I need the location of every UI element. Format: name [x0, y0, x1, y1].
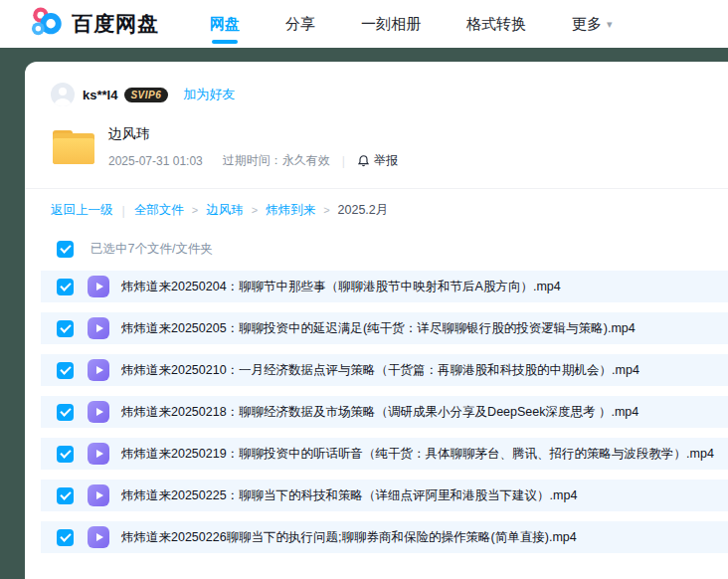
file-row[interactable]: 炜炜道来20250218：聊聊经济数据及市场策略（调研成果小分享及DeepSee…	[41, 396, 728, 428]
file-name[interactable]: 炜炜道来20250225：聊聊当下的科技和策略（详细点评阿里和港股当下建议）.m…	[121, 487, 577, 504]
play-icon	[96, 491, 103, 499]
nav-tab-label: 网盘	[210, 15, 240, 34]
logo-text: 百度网盘	[72, 10, 159, 38]
share-time: 2025-07-31 01:03	[108, 154, 203, 168]
nav-tab-format-convert[interactable]: 格式转换	[444, 0, 549, 48]
video-file-icon	[88, 317, 109, 339]
nav-tab-label: 更多	[572, 15, 602, 34]
top-header: 百度网盘 网盘 分享 一刻相册 格式转换 更多 ▾	[0, 0, 728, 48]
file-checkbox[interactable]	[57, 404, 74, 421]
video-file-icon	[88, 276, 109, 297]
breadcrumb-item-folder1[interactable]: 边风玮	[184, 202, 244, 219]
breadcrumb-item-folder2[interactable]: 炜炜到来	[244, 202, 315, 219]
file-name[interactable]: 炜炜道来20250219：聊聊投资中的听话听音（纯干货：具体聊聊茅台、腾讯、招行…	[121, 446, 714, 463]
file-name[interactable]: 炜炜道来20250226聊聊当下的执行问题;聊聊券商和保险的操作策略(简单直接)…	[121, 529, 577, 546]
report-alarm-icon	[357, 154, 370, 167]
file-row[interactable]: 炜炜道来20250219：聊聊投资中的听话听音（纯干货：具体聊聊茅台、腾讯、招行…	[41, 438, 728, 470]
shared-folder-name: 边风玮	[108, 125, 398, 143]
selection-bar: 已选中7个文件/文件夹	[57, 240, 728, 258]
breadcrumb-item-all-files[interactable]: 全部文件	[134, 202, 184, 219]
file-row[interactable]: 炜炜道来20250225：聊聊当下的科技和策略（详细点评阿里和港股当下建议）.m…	[41, 480, 728, 511]
file-row[interactable]: 炜炜道来20250204：聊聊节中那些事（聊聊港股节中映射和节后A股方向）.mp…	[41, 271, 728, 302]
play-icon	[96, 283, 103, 290]
play-icon	[96, 533, 103, 541]
file-list: 炜炜道来20250204：聊聊节中那些事（聊聊港股节中映射和节后A股方向）.mp…	[41, 271, 728, 553]
file-name[interactable]: 炜炜道来20250210：一月经济数据点评与策略（干货篇：再聊港股和科技股的中期…	[121, 362, 639, 379]
video-file-icon	[88, 526, 109, 548]
play-icon	[96, 366, 103, 374]
folder-icon	[51, 127, 96, 167]
video-file-icon	[88, 401, 109, 423]
video-file-icon	[88, 484, 109, 506]
file-name[interactable]: 炜炜道来20250218：聊聊经济数据及市场策略（调研成果小分享及DeepSee…	[121, 404, 638, 421]
share-owner-row: ks**l4 SVIP6 加为好友	[51, 82, 728, 107]
file-checkbox[interactable]	[57, 320, 74, 337]
video-file-icon	[88, 359, 109, 381]
video-file-icon	[88, 443, 109, 465]
chevron-down-icon: ▾	[607, 18, 613, 31]
main-nav: 网盘 分享 一刻相册 格式转换 更多 ▾	[187, 0, 636, 48]
share-content-card: ks**l4 SVIP6 加为好友 边风玮 2025-07-31 01:03 过…	[25, 62, 728, 579]
breadcrumb-item-current: 2025.2月	[315, 202, 388, 219]
nav-tab-share[interactable]: 分享	[263, 0, 338, 48]
breadcrumb-pipe: |	[122, 204, 125, 218]
nav-tab-netdisk[interactable]: 网盘	[187, 0, 263, 48]
report-label: 举报	[374, 152, 398, 169]
breadcrumb-back-link[interactable]: 返回上一级	[51, 202, 113, 219]
play-icon	[96, 450, 103, 458]
file-checkbox[interactable]	[57, 529, 74, 546]
file-name[interactable]: 炜炜道来20250204：聊聊节中那些事（聊聊港股节中映射和节后A股方向）.mp…	[121, 279, 561, 295]
file-checkbox[interactable]	[57, 487, 74, 504]
avatar	[51, 83, 75, 106]
meta-separator: |	[342, 154, 345, 168]
breadcrumb: 返回上一级 | 全部文件 边风玮 炜炜到来 2025.2月	[51, 202, 728, 219]
file-checkbox[interactable]	[57, 362, 74, 379]
nav-tab-label: 格式转换	[466, 15, 526, 34]
section-divider	[25, 188, 728, 189]
nav-tab-more[interactable]: 更多 ▾	[549, 0, 636, 48]
file-row[interactable]: 炜炜道来20250205：聊聊投资中的延迟满足(纯干货：详尽聊聊银行股的投资逻辑…	[41, 312, 728, 344]
selection-count-label: 已选中7个文件/文件夹	[91, 241, 213, 258]
report-link[interactable]: 举报	[357, 152, 398, 169]
play-icon	[96, 324, 103, 332]
nav-tab-label: 分享	[285, 15, 315, 34]
play-icon	[96, 408, 103, 416]
file-row[interactable]: 炜炜道来20250210：一月经济数据点评与策略（干货篇：再聊港股和科技股的中期…	[41, 354, 728, 386]
expire-label: 过期时间：永久有效	[223, 152, 330, 169]
file-name[interactable]: 炜炜道来20250205：聊聊投资中的延迟满足(纯干货：详尽聊聊银行股的投资逻辑…	[121, 320, 636, 337]
baidu-pan-logo[interactable]: 百度网盘	[28, 5, 159, 43]
share-owner-name: ks**l4	[83, 88, 117, 102]
shared-folder-info: 边风玮 2025-07-31 01:03 过期时间：永久有效 | 举报	[51, 122, 728, 172]
page-dark-band: ks**l4 SVIP6 加为好友 边风玮 2025-07-31 01:03 过…	[0, 48, 728, 579]
select-all-checkbox[interactable]	[57, 241, 74, 258]
svip-badge: SVIP6	[124, 88, 168, 102]
file-row[interactable]: 炜炜道来20250226聊聊当下的执行问题;聊聊券商和保险的操作策略(简单直接)…	[41, 521, 728, 553]
file-checkbox[interactable]	[57, 446, 74, 463]
baidu-pan-logo-icon	[28, 5, 64, 43]
file-checkbox[interactable]	[57, 279, 74, 295]
nav-tab-label: 一刻相册	[361, 15, 421, 34]
nav-tab-album[interactable]: 一刻相册	[338, 0, 444, 48]
add-friend-link[interactable]: 加为好友	[183, 86, 235, 103]
